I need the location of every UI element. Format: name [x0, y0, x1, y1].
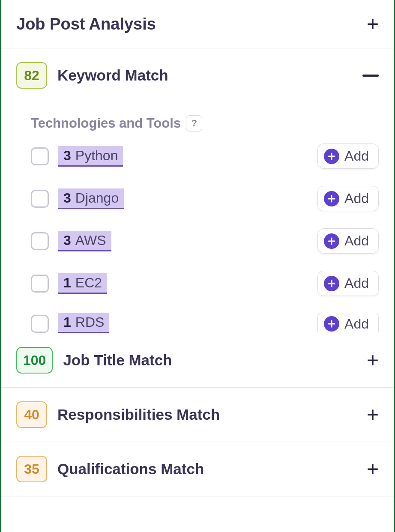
- section-title: Qualifications Match: [57, 460, 204, 478]
- add-button-label: Add: [344, 316, 369, 332]
- keyword-checkbox[interactable]: [31, 275, 49, 293]
- keyword-row: 3 Python Add: [31, 143, 379, 169]
- keyword-row: 1 EC2 Add: [31, 271, 379, 296]
- keyword-checkbox[interactable]: [31, 190, 49, 208]
- keyword-checkbox[interactable]: [31, 315, 49, 333]
- plus-circle-icon: [324, 233, 339, 249]
- plus-circle-icon: [324, 191, 339, 206]
- section-header-job-post-analysis[interactable]: Job Post Analysis +: [1, 0, 394, 48]
- section-header-responsibilities-match[interactable]: 40 Responsibilities Match +: [1, 388, 394, 442]
- add-keyword-button[interactable]: Add: [317, 228, 379, 254]
- expand-icon: +: [367, 350, 379, 371]
- keyword-name: AWS: [75, 233, 106, 248]
- keyword-name: Django: [75, 190, 119, 206]
- expand-icon: +: [367, 404, 379, 425]
- keyword-count: 1: [63, 275, 71, 291]
- score-badge: 82: [16, 62, 47, 89]
- add-keyword-button[interactable]: Add: [317, 143, 379, 169]
- add-keyword-button[interactable]: Add: [317, 186, 379, 211]
- section-header-job-title-match[interactable]: 100 Job Title Match +: [1, 333, 394, 387]
- add-keyword-button[interactable]: Add: [317, 313, 379, 333]
- category-title: Technologies and Tools: [31, 116, 181, 131]
- help-icon[interactable]: ?: [186, 115, 202, 132]
- section-title: Keyword Match: [57, 67, 168, 84]
- keyword-row: 1 RDS Add: [31, 313, 379, 333]
- section-title: Job Post Analysis: [16, 15, 156, 33]
- add-keyword-button[interactable]: Add: [317, 271, 379, 296]
- score-badge: 40: [16, 401, 47, 428]
- plus-circle-icon: [324, 276, 339, 291]
- add-button-label: Add: [344, 233, 369, 249]
- keyword-pill[interactable]: 3 AWS: [58, 231, 111, 251]
- section-title: Job Title Match: [63, 352, 172, 369]
- keyword-checkbox[interactable]: [31, 232, 49, 250]
- section-header-qualifications-match[interactable]: 35 Qualifications Match +: [1, 442, 394, 496]
- expand-icon: +: [367, 459, 379, 479]
- keyword-row: 3 AWS Add: [31, 228, 379, 254]
- keyword-name: RDS: [75, 314, 105, 330]
- keyword-name: Python: [75, 148, 118, 164]
- add-button-label: Add: [344, 148, 369, 164]
- keyword-pill[interactable]: 3 Python: [58, 146, 123, 167]
- add-button-label: Add: [344, 275, 369, 291]
- keyword-row: 3 Django Add: [31, 186, 379, 211]
- plus-circle-icon: [324, 316, 339, 332]
- score-badge: 100: [16, 347, 53, 374]
- section-title: Responsibilities Match: [57, 406, 220, 423]
- keyword-pill[interactable]: 3 Django: [58, 188, 124, 209]
- expand-icon: +: [367, 14, 379, 34]
- score-badge: 35: [16, 456, 47, 482]
- keyword-count: 1: [63, 314, 71, 330]
- plus-circle-icon: [324, 149, 339, 164]
- keyword-pill[interactable]: 1 RDS: [58, 313, 109, 333]
- add-button-label: Add: [344, 191, 369, 206]
- keyword-count: 3: [63, 233, 71, 248]
- collapse-icon: [362, 75, 379, 77]
- keyword-checkbox[interactable]: [31, 147, 49, 165]
- keyword-pill[interactable]: 1 EC2: [58, 273, 107, 294]
- keyword-name: EC2: [75, 275, 102, 291]
- keyword-count: 3: [63, 148, 71, 164]
- keyword-count: 3: [63, 190, 71, 206]
- section-header-keyword-match[interactable]: 82 Keyword Match: [1, 48, 394, 102]
